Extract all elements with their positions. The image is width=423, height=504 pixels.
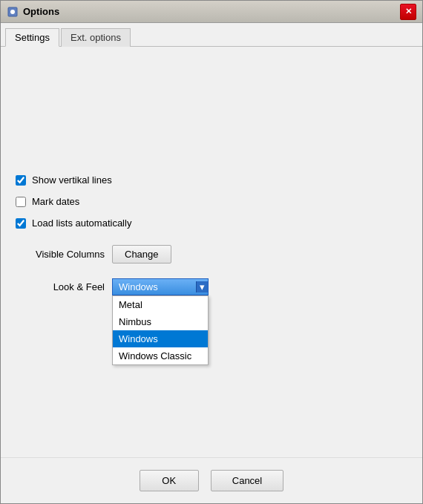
- look-and-feel-label: Look & Feel: [16, 281, 105, 292]
- dropdown-selected-value[interactable]: Windows ▾: [112, 278, 209, 295]
- dropdown-arrow-icon: ▾: [196, 281, 208, 292]
- dropdown-item-metal[interactable]: Metal: [113, 296, 208, 313]
- options-window: Options ✕ Settings Ext. options Show ver…: [0, 0, 423, 504]
- show-vertikal-lines-checkbox[interactable]: [16, 175, 26, 186]
- ok-button[interactable]: OK: [140, 470, 199, 491]
- change-button[interactable]: Change: [112, 245, 171, 264]
- dropdown-item-nimbus[interactable]: Nimbus: [113, 313, 208, 330]
- close-button[interactable]: ✕: [400, 4, 416, 20]
- settings-content: Show vertikal lines Mark dates Load list…: [1, 47, 422, 457]
- window-icon: [7, 6, 19, 18]
- visible-columns-label: Visible Columns: [16, 249, 105, 260]
- load-lists-row: Load lists automatically: [16, 216, 407, 230]
- tab-settings[interactable]: Settings: [5, 28, 59, 47]
- settings-section: Show vertikal lines Mark dates Load list…: [16, 173, 407, 295]
- dropdown-item-windows[interactable]: Windows: [113, 330, 208, 347]
- dropdown-item-windows-classic[interactable]: Windows Classic: [113, 347, 208, 364]
- mark-dates-checkbox[interactable]: [16, 197, 26, 207]
- visible-columns-row: Visible Columns Change: [16, 245, 407, 264]
- show-vertikal-lines-label: Show vertikal lines: [32, 174, 112, 186]
- mark-dates-row: Mark dates: [16, 194, 407, 209]
- svg-point-1: [10, 10, 15, 14]
- window-title: Options: [23, 6, 400, 17]
- tab-bar: Settings Ext. options: [1, 23, 422, 47]
- load-lists-checkbox[interactable]: [16, 218, 26, 229]
- show-vertikal-lines-row: Show vertikal lines: [16, 173, 407, 187]
- cancel-button[interactable]: Cancel: [211, 470, 283, 491]
- title-bar: Options ✕: [1, 1, 422, 23]
- look-and-feel-dropdown[interactable]: Windows ▾ Metal Nimbus Windows Windows C…: [112, 278, 209, 295]
- tab-ext-options[interactable]: Ext. options: [61, 28, 131, 47]
- dropdown-list: Metal Nimbus Windows Windows Classic: [112, 295, 209, 365]
- bottom-bar: OK Cancel: [1, 457, 422, 503]
- look-and-feel-row: Look & Feel Windows ▾ Metal Nimbus Windo…: [16, 278, 407, 295]
- load-lists-label: Load lists automatically: [32, 217, 131, 229]
- mark-dates-label: Mark dates: [32, 196, 79, 207]
